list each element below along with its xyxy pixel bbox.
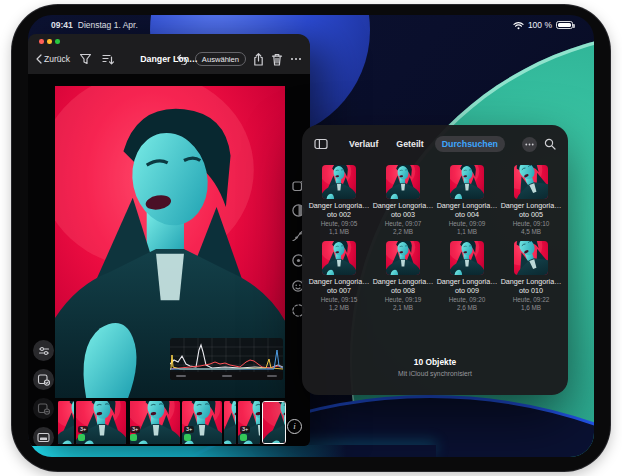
photo-date: Heute, 09:20: [449, 296, 486, 304]
photo-grid-item[interactable]: Danger Longoria…oto 008 Heute, 09:19 2,1…: [371, 241, 435, 312]
adjustment-count-badge: 3+: [184, 426, 194, 433]
back-button[interactable]: Zurück: [36, 54, 70, 64]
filmstrip-thumbnail[interactable]: [224, 401, 236, 444]
filmstrip: 3+ 3+ 3+ 3+: [58, 400, 286, 444]
photo-grid-item[interactable]: Danger Longoria…oto 009 Heute, 09:20 2,6…: [435, 241, 499, 312]
photo-thumbnail[interactable]: [450, 241, 484, 275]
photo-date: Heute, 09:15: [321, 296, 358, 304]
edited-badge-icon: [240, 434, 247, 441]
photo-thumbnail[interactable]: [322, 165, 356, 199]
photo-name: Danger Longoria…oto 004: [435, 202, 499, 219]
tab-durchsuchen[interactable]: Durchsuchen: [435, 136, 505, 152]
photo-thumbnail[interactable]: [386, 165, 420, 199]
edited-badge-icon: [184, 434, 191, 441]
editor-toolbar: Zurück Danger Lon… Auswählen: [28, 46, 310, 72]
adjustment-count-badge: 3+: [240, 426, 250, 433]
browser-footer: 10 Objekte Mit iCloud synchronisiert: [302, 357, 568, 377]
filter-icon[interactable]: [79, 53, 92, 65]
photo-grid-item[interactable]: Danger Longoria…oto 002 Heute, 09:05 1,1…: [307, 165, 371, 236]
photo-thumbnail[interactable]: [322, 241, 356, 275]
edited-badge-icon: [78, 434, 85, 441]
photo-name: Danger Longoria…oto 010: [499, 278, 563, 295]
browser-header: VerlaufGeteiltDurchsuchen: [302, 125, 568, 163]
photo-grid-item[interactable]: Danger Longoria…oto 007 Heute, 09:15 1,2…: [307, 241, 371, 312]
filmstrip-thumbnail[interactable]: 3+: [128, 401, 180, 444]
edit-badges: 3+: [130, 426, 140, 442]
edit-badges: 3+: [240, 426, 250, 442]
photo-grid: Danger Longoria…oto 002 Heute, 09:05 1,1…: [306, 165, 564, 317]
sync-status: Mit iCloud synchronisiert: [302, 370, 568, 377]
editor-canvas: 3+ 3+ 3+ 3+ i: [28, 74, 310, 446]
filmstrip-thumbnail[interactable]: 3+: [182, 401, 222, 444]
photo-size: 2,1 MB: [393, 304, 413, 312]
info-button[interactable]: i: [287, 419, 302, 434]
photo-size: 1,1 MB: [329, 228, 349, 236]
photo-size: 1,6 MB: [521, 304, 541, 312]
batch-apply-button[interactable]: [33, 369, 54, 390]
back-button-label: Zurück: [44, 54, 70, 64]
window-controls[interactable]: [39, 39, 60, 44]
edit-badges: 3+: [184, 426, 194, 442]
filmstrip-thumbnail[interactable]: 3+: [76, 401, 126, 444]
tab-geteilt[interactable]: Geteilt: [389, 136, 430, 152]
photo-size: 2,6 MB: [457, 304, 477, 312]
share-icon[interactable]: [253, 53, 264, 66]
close-window-button[interactable]: [39, 39, 44, 44]
sort-icon[interactable]: [101, 53, 115, 65]
filmstrip-thumbnail[interactable]: [262, 401, 286, 444]
adjustments-button[interactable]: [33, 340, 54, 361]
photo-name: Danger Longoria…oto 003: [371, 202, 435, 219]
photo-grid-item[interactable]: Danger Longoria…oto 003 Heute, 09:07 2,2…: [371, 165, 435, 236]
status-time: 09:41: [51, 20, 73, 30]
photo-grid-item[interactable]: Danger Longoria…oto 010 Heute, 09:22 1,6…: [499, 241, 563, 312]
item-count: 10 Objekte: [302, 357, 568, 367]
sidebar-toggle-icon[interactable]: [314, 138, 328, 150]
batch-remove-button[interactable]: [33, 398, 54, 419]
photo-size: 4,5 MB: [521, 228, 541, 236]
photo-date: Heute, 09:09: [449, 220, 486, 228]
search-icon[interactable]: [544, 138, 556, 150]
edited-badge-icon: [130, 434, 137, 441]
photo-name: Danger Longoria…oto 008: [371, 278, 435, 295]
chevron-left-icon: [36, 54, 42, 64]
filmstrip-toggle-button[interactable]: [33, 427, 54, 446]
photo-size: 2,2 MB: [393, 228, 413, 236]
filmstrip-thumbnail[interactable]: [58, 401, 74, 444]
photo-thumbnail[interactable]: [514, 165, 548, 199]
photo-grid-item[interactable]: Danger Longoria…oto 005 Heute, 09:10 4,5…: [499, 165, 563, 236]
photo-name: Danger Longoria…oto 005: [499, 202, 563, 219]
trash-icon[interactable]: [271, 53, 283, 66]
photo-name: Danger Longoria…oto 009: [435, 278, 499, 295]
edit-badges: 3+: [78, 426, 88, 442]
status-bar: 09:41 Dienstag 1. Apr. 100 %: [41, 19, 581, 31]
photo-thumbnail[interactable]: [386, 241, 420, 275]
histogram-overlay: [170, 338, 283, 380]
zoom-window-button[interactable]: [55, 39, 60, 44]
adjustment-count-badge: 3+: [130, 426, 140, 433]
photo-date: Heute, 09:10: [513, 220, 550, 228]
photo-date: Heute, 09:05: [321, 220, 358, 228]
select-button[interactable]: Auswählen: [195, 52, 246, 66]
wifi-icon: [513, 21, 524, 30]
tab-verlauf[interactable]: Verlauf: [342, 136, 385, 152]
photo-size: 1,1 MB: [457, 228, 477, 236]
more-icon[interactable]: [290, 57, 302, 61]
battery-icon: [556, 21, 573, 30]
photo-name: Danger Longoria…oto 002: [307, 202, 371, 219]
photo-date: Heute, 09:07: [385, 220, 422, 228]
photo-size: 1,2 MB: [329, 304, 349, 312]
wallpaper-cyan-strip: [28, 445, 436, 457]
document-title: Danger Lon…: [140, 54, 198, 64]
battery-percent: 100 %: [528, 20, 552, 30]
photo-thumbnail[interactable]: [514, 241, 548, 275]
photo-name: Danger Longoria…oto 007: [307, 278, 371, 295]
status-date: Dienstag 1. Apr.: [78, 20, 138, 30]
side-buttons: [33, 340, 54, 446]
editor-window: Zurück Danger Lon… Auswählen: [28, 34, 310, 446]
minimize-window-button[interactable]: [47, 39, 52, 44]
filmstrip-thumbnail[interactable]: 3+: [238, 401, 260, 444]
ipad-screen: 09:41 Dienstag 1. Apr. 100 %: [28, 15, 594, 457]
panel-more-button[interactable]: [522, 137, 537, 152]
photo-thumbnail[interactable]: [450, 165, 484, 199]
photo-grid-item[interactable]: Danger Longoria…oto 004 Heute, 09:09 1,1…: [435, 165, 499, 236]
